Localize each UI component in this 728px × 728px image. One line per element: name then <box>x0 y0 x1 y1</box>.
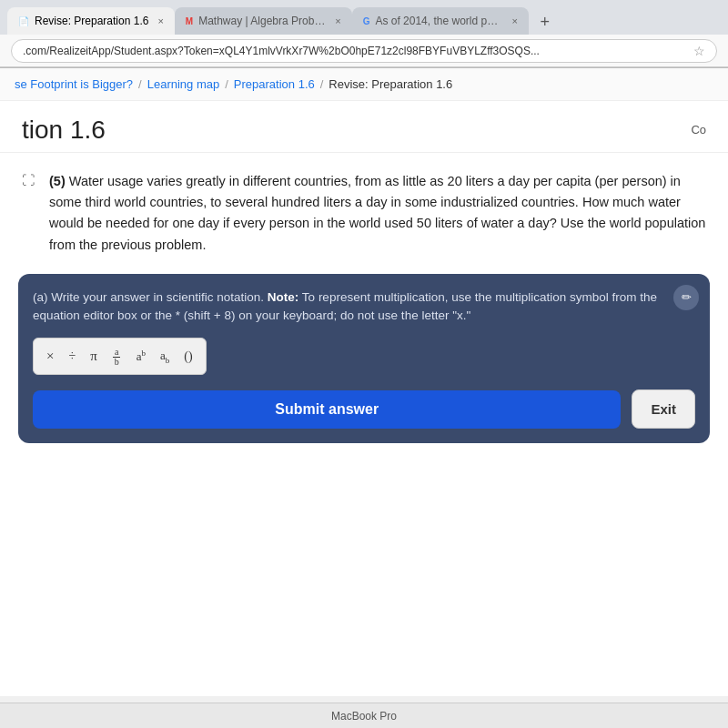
breadcrumb-sep-3: / <box>320 77 324 91</box>
breadcrumb-link-3[interactable]: Preparation 1.6 <box>234 77 315 91</box>
address-bar: .com/RealizeitApp/Student.aspx?Token=xQL… <box>0 35 728 67</box>
math-toolbar: × ÷ π a b ab ab () <box>33 338 207 375</box>
tab-label-2: Mathway | Algebra Problem Sol <box>198 15 326 27</box>
answer-container: ✏ (a) Write your answer in scientific no… <box>18 274 710 444</box>
url-text: .com/RealizeitApp/Student.aspx?Token=xQL… <box>23 45 690 57</box>
toolbar-pi[interactable]: π <box>86 347 101 366</box>
browser-chrome: 📄 Revise: Preparation 1.6 × M Mathway | … <box>0 0 728 68</box>
tab-favicon-2: M <box>186 16 193 26</box>
toolbar-power[interactable]: ab <box>133 347 149 366</box>
toolbar-fraction[interactable]: a b <box>108 344 126 369</box>
expand-icon[interactable]: ⛶ <box>22 173 35 256</box>
device-label: MacBook Pro <box>331 710 397 723</box>
breadcrumb-link-1[interactable]: se Footprint is Bigger? <box>15 77 133 91</box>
question-text: (5) Water usage varies greatly in differ… <box>49 171 706 256</box>
page-title: tion 1.6 <box>22 116 106 145</box>
breadcrumb-current: Revise: Preparation 1.6 <box>329 77 452 91</box>
breadcrumb-link-2[interactable]: Learning map <box>147 77 220 91</box>
tab-active[interactable]: 📄 Revise: Preparation 1.6 × <box>7 7 175 35</box>
tab-close-2[interactable]: × <box>335 15 340 26</box>
toolbar-divide[interactable]: ÷ <box>65 348 79 366</box>
url-box[interactable]: .com/RealizeitApp/Student.aspx?Token=xQL… <box>11 39 717 63</box>
submit-button[interactable]: Submit answer <box>33 390 621 429</box>
add-tab-button[interactable]: + <box>532 9 558 35</box>
instruction-prefix: (a) Write your answer in scientific nota… <box>33 290 268 304</box>
exit-button[interactable]: Exit <box>632 389 695 429</box>
bookmark-icon[interactable]: ☆ <box>693 44 705 58</box>
question-number: (5) <box>49 174 66 188</box>
tab-favicon-3: G <box>363 16 370 26</box>
edit-icon[interactable]: ✏ <box>673 285 699 310</box>
tab-favicon-1: 📄 <box>18 16 29 26</box>
breadcrumb: se Footprint is Bigger? / Learning map /… <box>0 68 728 101</box>
breadcrumb-sep-1: / <box>138 77 142 91</box>
page-header: tion 1.6 Co <box>0 101 728 153</box>
instruction-note: Note: <box>268 290 299 304</box>
tab-close-3[interactable]: × <box>511 15 517 26</box>
tab-google[interactable]: G As of 2014, the world populatic × <box>352 7 529 35</box>
tab-label-3: As of 2014, the world populatic <box>375 15 502 27</box>
question-body: Water usage varies greatly in different … <box>49 174 705 252</box>
submit-row: Submit answer Exit <box>33 389 695 429</box>
toolbar-parens[interactable]: () <box>180 348 196 366</box>
co-label: Co <box>691 116 706 136</box>
tab-label-1: Revise: Preparation 1.6 <box>35 15 148 27</box>
bottom-bar: MacBook Pro <box>0 703 728 728</box>
toolbar-subscript[interactable]: ab <box>157 347 173 367</box>
tab-bar: 📄 Revise: Preparation 1.6 × M Mathway | … <box>0 0 728 35</box>
question-section: ⛶ (5) Water usage varies greatly in diff… <box>0 153 728 274</box>
page-content: se Footprint is Bigger? / Learning map /… <box>0 68 728 696</box>
breadcrumb-sep-2: / <box>225 77 228 91</box>
answer-instruction: (a) Write your answer in scientific nota… <box>33 288 695 326</box>
tab-mathway[interactable]: M Mathway | Algebra Problem Sol × <box>175 7 352 35</box>
tab-close-1[interactable]: × <box>157 15 163 26</box>
toolbar-times[interactable]: × <box>43 347 57 366</box>
